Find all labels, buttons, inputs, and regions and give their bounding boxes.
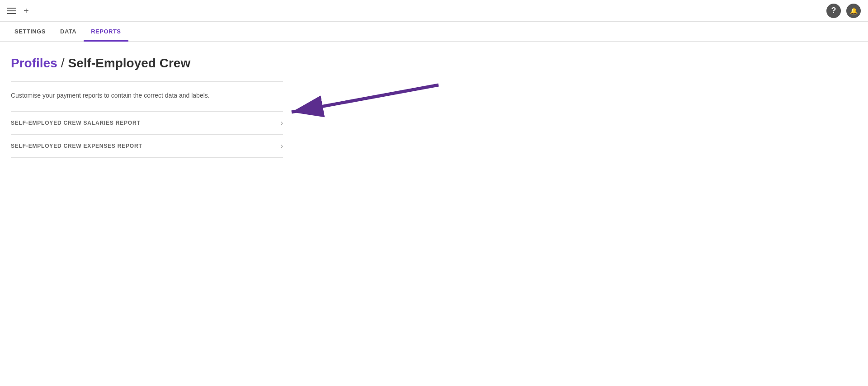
main-content: Profiles / Self-Employed Crew Customise … — [0, 42, 294, 172]
top-bar: + ? 🔔 — [0, 0, 868, 22]
help-icon: ? — [831, 6, 836, 15]
chevron-right-icon-salaries: › — [281, 119, 283, 127]
report-label-salaries: SELF-EMPLOYED CREW SALARIES REPORT — [11, 120, 141, 126]
page-description: Customise your payment reports to contai… — [11, 91, 283, 100]
chevron-right-icon-expenses: › — [281, 142, 283, 150]
breadcrumb-current: Self-Employed Crew — [68, 56, 190, 71]
top-bar-right: ? 🔔 — [826, 4, 861, 18]
breadcrumb: Profiles / Self-Employed Crew — [11, 56, 283, 71]
top-bar-left: + — [7, 6, 29, 15]
help-button[interactable]: ? — [826, 4, 841, 18]
report-list: SELF-EMPLOYED CREW SALARIES REPORT › SEL… — [11, 111, 283, 158]
report-item-expenses[interactable]: SELF-EMPLOYED CREW EXPENSES REPORT › — [11, 135, 283, 158]
breadcrumb-parent-link[interactable]: Profiles — [11, 56, 57, 71]
breadcrumb-separator: / — [61, 56, 65, 71]
hamburger-menu-icon[interactable] — [7, 8, 16, 14]
report-item-salaries[interactable]: SELF-EMPLOYED CREW SALARIES REPORT › — [11, 111, 283, 135]
tab-reports[interactable]: REPORTS — [84, 22, 128, 42]
tab-data[interactable]: DATA — [53, 22, 84, 42]
plus-icon[interactable]: + — [24, 6, 29, 15]
nav-tabs: SETTINGS DATA REPORTS — [0, 22, 868, 42]
report-label-expenses: SELF-EMPLOYED CREW EXPENSES REPORT — [11, 143, 142, 149]
tab-settings[interactable]: SETTINGS — [7, 22, 53, 42]
divider — [11, 81, 283, 82]
notification-button[interactable]: 🔔 — [846, 4, 861, 18]
bell-icon: 🔔 — [850, 7, 858, 14]
svg-line-1 — [292, 85, 439, 112]
